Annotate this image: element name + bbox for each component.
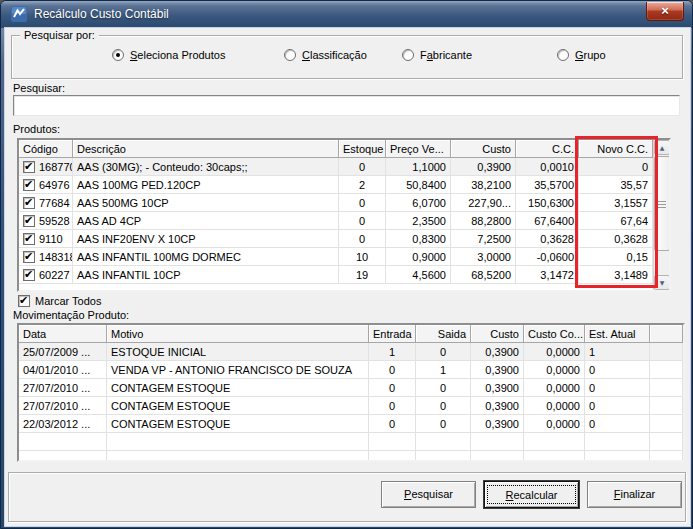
search-by-groupbox: Pesquisar por: Seleciona Produtos Classi…	[11, 35, 683, 79]
product-row[interactable]: ✔60227 AAS INFANTIL 10CP 19 4,5600 68,52…	[19, 266, 653, 284]
product-row[interactable]: ✔59528 AAS AD 4CP 0 2,3500 88,2800 67,64…	[19, 212, 653, 230]
row-checkbox[interactable]: ✔	[23, 215, 35, 227]
row-checkbox[interactable]: ✔	[23, 269, 35, 281]
cell-custo: 3,0000	[451, 248, 516, 266]
cell-saida: 1	[416, 361, 471, 379]
cell-descricao: AAS AD 4CP	[73, 212, 339, 230]
movement-row[interactable]: 04/01/2010 ... VENDA VP - ANTONIO FRANCI…	[19, 361, 683, 379]
cell-cc: 35,5700	[516, 176, 579, 194]
product-row[interactable]: ✔77684 AAS 500MG 10CP 0 6,0700 227,90...…	[19, 194, 653, 212]
movements-table: Data Motivo Entrada Saida Custo Custo Co…	[19, 325, 683, 462]
cell-descricao: AAS (30MG); - Conteudo: 30caps;;	[73, 158, 339, 176]
dialog-body: Pesquisar por: Seleciona Produtos Classi…	[5, 28, 690, 526]
cell-custo-co: 0,0000	[524, 361, 585, 379]
search-label: Pesquisar:	[13, 82, 65, 94]
column-header-cc[interactable]: C.C.	[516, 140, 579, 158]
row-checkbox[interactable]: ✔	[23, 233, 35, 245]
cell-saida: 0	[416, 415, 471, 433]
column-header-custo[interactable]: Custo	[471, 325, 524, 343]
product-row[interactable]: ✔168770 AAS (30MG); - Conteudo: 30caps;;…	[19, 158, 653, 176]
cell-novo-cc: 67,64	[579, 212, 653, 230]
pesquisar-button[interactable]: Pesquisar	[381, 481, 476, 508]
movement-row[interactable]: 25/07/2009 ... ESTOQUE INICIAL 1 0 0,390…	[19, 343, 683, 361]
row-checkbox[interactable]: ✔	[23, 161, 35, 173]
cell-custo: 0,3900	[471, 343, 524, 361]
movement-row[interactable]: 22/03/2012 ... CONTAGEM ESTOQUE 0 0 0,39…	[19, 415, 683, 433]
cell-entrada: 0	[369, 397, 416, 415]
movement-row[interactable]: 27/07/2010 ... CONTAGEM ESTOQUE 0 0 0,39…	[19, 379, 683, 397]
product-row[interactable]: ✔64976 AAS 100MG PED.120CP 2 50,8400 38,…	[19, 176, 653, 194]
cell-entrada: 0	[369, 361, 416, 379]
cell-cc: 3,1472	[516, 266, 579, 284]
column-header-saida[interactable]: Saida	[416, 325, 471, 343]
cell-custo: 88,2800	[451, 212, 516, 230]
recalcular-button[interactable]: Recalcular	[484, 481, 579, 508]
column-header-data[interactable]: Data	[19, 325, 107, 343]
radio-icon[interactable]	[112, 49, 124, 61]
cell-custo: 0,3900	[451, 158, 516, 176]
cell-descricao: AAS 100MG PED.120CP	[73, 176, 339, 194]
finalizar-button[interactable]: Finalizar	[587, 481, 682, 508]
title-bar[interactable]: Recálculo Custo Contábil	[1, 1, 692, 28]
column-header-est-atual[interactable]: Est. Atual	[585, 325, 650, 343]
radio-icon[interactable]	[557, 49, 569, 61]
products-scrollbar[interactable]: ▲ ▼	[653, 140, 669, 290]
column-header-codigo[interactable]: Código	[19, 140, 73, 158]
cell-preco: 6,0700	[386, 194, 451, 212]
cell-codigo: ✔148318	[19, 248, 73, 266]
cell-cc: 0,3628	[516, 230, 579, 248]
products-header-row: Código Descrição Estoque Preço Ve... Cus…	[19, 140, 653, 158]
radio-seleciona-produtos[interactable]: Seleciona Produtos	[112, 49, 225, 61]
radio-grupo[interactable]: Grupo	[557, 49, 606, 61]
empty-row	[19, 433, 683, 451]
cell-motivo: ESTOQUE INICIAL	[107, 343, 369, 361]
column-header-custo[interactable]: Custo	[451, 140, 516, 158]
close-button[interactable]: ×	[646, 2, 684, 21]
app-icon	[11, 6, 27, 22]
column-header-estoque[interactable]: Estoque	[339, 140, 386, 158]
product-row[interactable]: ✔9110 AAS INF20ENV X 10CP 0 0,8300 7,250…	[19, 230, 653, 248]
scroll-down-icon: ▼	[660, 279, 665, 286]
column-header-novo-cc[interactable]: Novo C.C.	[579, 140, 653, 158]
movement-row[interactable]: 27/07/2010 ... CONTAGEM ESTOQUE 0 0 0,39…	[19, 397, 683, 415]
cell-entrada: 0	[369, 415, 416, 433]
search-input[interactable]	[13, 95, 680, 116]
cell-est-atual: 0	[585, 397, 650, 415]
cell-data: 27/07/2010 ...	[19, 397, 107, 415]
scroll-up-button[interactable]: ▲	[654, 140, 670, 155]
column-header-preco[interactable]: Preço Ve...	[386, 140, 451, 158]
radio-icon[interactable]	[284, 49, 296, 61]
radio-icon[interactable]	[402, 49, 414, 61]
row-checkbox[interactable]: ✔	[23, 197, 35, 209]
product-row[interactable]: ✔148318 AAS INFANTIL 100MG DORMEC 10 0,9…	[19, 248, 653, 266]
window-title: Recálculo Custo Contábil	[34, 7, 169, 21]
cell-saida: 0	[416, 379, 471, 397]
cell-est-atual: 0	[585, 361, 650, 379]
column-header-custo-co[interactable]: Custo Co...	[524, 325, 585, 343]
cell-custo: 38,2100	[451, 176, 516, 194]
cell-descricao: AAS INF20ENV X 10CP	[73, 230, 339, 248]
cell-custo: 0,3900	[471, 379, 524, 397]
column-header-descricao[interactable]: Descrição	[73, 140, 339, 158]
row-checkbox[interactable]: ✔	[23, 251, 35, 263]
radio-classificacao[interactable]: Classificação	[284, 49, 367, 61]
products-label: Produtos:	[13, 123, 60, 135]
scroll-down-button[interactable]: ▼	[654, 275, 670, 290]
column-header-motivo[interactable]: Motivo	[107, 325, 369, 343]
cell-data: 04/01/2010 ...	[19, 361, 107, 379]
marcar-todos-label: Marcar Todos	[35, 295, 101, 307]
cell-custo: 0,3900	[471, 415, 524, 433]
radio-label: Seleciona Produtos	[130, 49, 225, 61]
marcar-todos-checkbox[interactable]: ✔ Marcar Todos	[18, 295, 101, 307]
column-header-entrada[interactable]: Entrada	[369, 325, 416, 343]
cell-codigo: ✔64976	[19, 176, 73, 194]
checkbox-icon[interactable]: ✔	[18, 295, 30, 307]
cell-preco: 4,5600	[386, 266, 451, 284]
cell-descricao: AAS 500MG 10CP	[73, 194, 339, 212]
radio-fabricante[interactable]: Fabricante	[402, 49, 472, 61]
cell-novo-cc: 0	[579, 158, 653, 176]
row-checkbox[interactable]: ✔	[23, 179, 35, 191]
cell-cc: 150,6300	[516, 194, 579, 212]
scrollbar-thumb[interactable]	[654, 156, 670, 251]
cell-data: 22/03/2012 ...	[19, 415, 107, 433]
